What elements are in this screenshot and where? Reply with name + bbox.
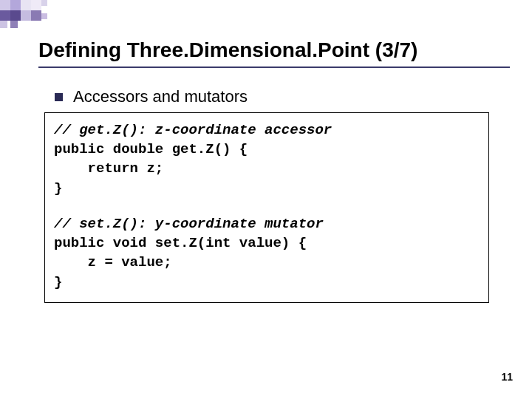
code-line: z = value; [54,253,480,272]
bullet-square-icon [55,93,63,101]
code-line: } [54,179,480,198]
code-line: return z; [54,159,480,178]
code-line: } [54,273,480,292]
bullet-row: Accessors and mutators [55,87,248,106]
title-area: Defining Three.Dimensional.Point (3/7) [38,38,510,68]
page-number: 11 [501,371,513,383]
code-box: // get.Z(): z-coordinate accessor public… [44,112,489,303]
code-comment: // set.Z(): y-coordinate mutator [54,214,480,233]
bullet-text: Accessors and mutators [73,87,248,106]
code-line: public void set.Z(int value) { [54,233,480,253]
code-line: public double get.Z() { [54,140,480,159]
slide-title: Defining Three.Dimensional.Point (3/7) [38,38,510,68]
code-comment: // get.Z(): z-coordinate accessor [54,120,480,140]
corner-decoration [0,0,118,30]
